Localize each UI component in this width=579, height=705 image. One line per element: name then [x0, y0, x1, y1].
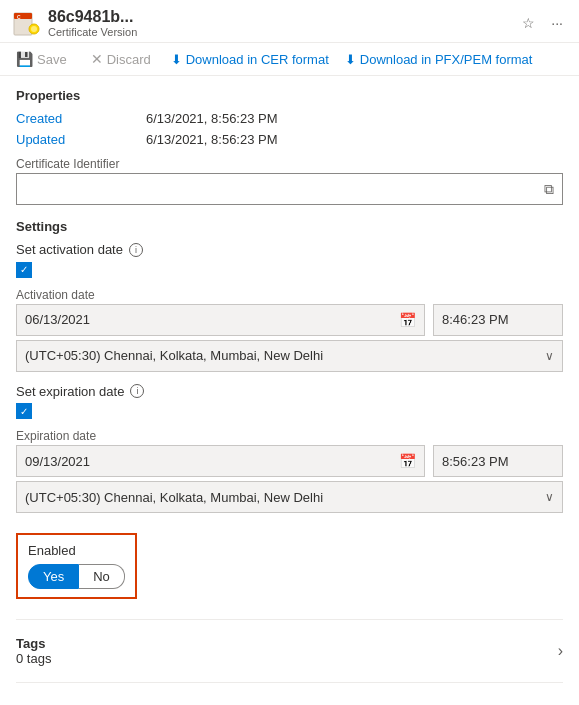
page-header: C 86c9481b... Certificate Version ☆ ··· [0, 0, 579, 43]
tags-count: 0 tags [16, 651, 51, 666]
svg-point-3 [31, 26, 37, 32]
expiration-timezone-select[interactable]: (UTC+05:30) Chennai, Kolkata, Mumbai, Ne… [16, 481, 563, 513]
discard-button[interactable]: ✕ Discard [87, 49, 155, 69]
settings-section-title: Settings [16, 219, 563, 234]
cert-id-label: Certificate Identifier [16, 157, 563, 171]
header-actions: ☆ ··· [518, 13, 567, 33]
save-button[interactable]: 💾 Save [12, 49, 71, 69]
activation-timezone-select[interactable]: (UTC+05:30) Chennai, Kolkata, Mumbai, Ne… [16, 340, 563, 372]
expiration-date-input[interactable]: 09/13/2021 📅 [16, 445, 425, 477]
set-activation-label: Set activation date [16, 242, 123, 257]
created-label: Created [16, 111, 146, 126]
activation-date-input[interactable]: 06/13/2021 📅 [16, 304, 425, 336]
activation-date-row: 06/13/2021 📅 8:46:23 PM [16, 304, 563, 336]
tags-chevron-right-icon[interactable]: › [558, 642, 563, 660]
save-icon: 💾 [16, 51, 33, 67]
expiration-date-label: Expiration date [16, 429, 563, 443]
activation-time-input[interactable]: 8:46:23 PM [433, 304, 563, 336]
page-subtitle: Certificate Version [48, 26, 518, 38]
activation-checkbox-wrapper [16, 261, 563, 278]
properties-section-title: Properties [16, 88, 563, 103]
copy-icon[interactable]: ⧉ [544, 181, 554, 198]
expiration-date-row: 09/13/2021 📅 8:56:23 PM [16, 445, 563, 477]
download-pfx-icon: ⬇ [345, 52, 356, 67]
updated-row: Updated 6/13/2021, 8:56:23 PM [16, 132, 563, 147]
expiration-info-icon[interactable]: i [130, 384, 144, 398]
expiration-timezone-chevron: ∨ [545, 490, 554, 504]
enabled-no-button[interactable]: No [79, 564, 125, 589]
activation-info-icon[interactable]: i [129, 243, 143, 257]
download-cer-button[interactable]: ⬇ Download in CER format [171, 52, 329, 67]
activation-timezone-chevron: ∨ [545, 349, 554, 363]
tags-row[interactable]: Tags 0 tags › [16, 628, 563, 674]
updated-value: 6/13/2021, 8:56:23 PM [146, 132, 278, 147]
enabled-yes-button[interactable]: Yes [28, 564, 79, 589]
set-activation-row: Set activation date i [16, 242, 563, 257]
content-area: Properties Created 6/13/2021, 8:56:23 PM… [0, 76, 579, 703]
created-row: Created 6/13/2021, 8:56:23 PM [16, 111, 563, 126]
enabled-toggle-group: Yes No [28, 564, 125, 589]
expiration-timezone-value: (UTC+05:30) Chennai, Kolkata, Mumbai, Ne… [25, 490, 323, 505]
expiration-checkbox[interactable] [16, 403, 32, 419]
svg-text:C: C [17, 14, 21, 20]
updated-label: Updated [16, 132, 146, 147]
activation-timezone-value: (UTC+05:30) Chennai, Kolkata, Mumbai, Ne… [25, 348, 323, 363]
expiration-calendar-icon[interactable]: 📅 [399, 453, 416, 469]
divider-top [16, 619, 563, 620]
expiration-time-value: 8:56:23 PM [442, 454, 509, 469]
expiration-time-input[interactable]: 8:56:23 PM [433, 445, 563, 477]
download-cer-icon: ⬇ [171, 52, 182, 67]
set-expiration-row: Set expiration date i [16, 384, 563, 399]
tags-info: Tags 0 tags [16, 636, 51, 666]
activation-time-value: 8:46:23 PM [442, 312, 509, 327]
set-expiration-label: Set expiration date [16, 384, 124, 399]
page-title: 86c9481b... [48, 8, 518, 26]
header-title-group: 86c9481b... Certificate Version [48, 8, 518, 38]
enabled-section: Enabled Yes No [16, 533, 137, 599]
more-menu-icon[interactable]: ··· [547, 13, 567, 33]
expiration-date-value: 09/13/2021 [25, 454, 90, 469]
divider-bottom [16, 682, 563, 683]
activation-calendar-icon[interactable]: 📅 [399, 312, 416, 328]
certificate-icon: C [12, 9, 40, 37]
download-pfx-button[interactable]: ⬇ Download in PFX/PEM format [345, 52, 533, 67]
pin-icon[interactable]: ☆ [518, 13, 539, 33]
cert-id-input[interactable]: ⧉ [16, 173, 563, 205]
activation-date-label: Activation date [16, 288, 563, 302]
discard-icon: ✕ [91, 51, 103, 67]
enabled-label: Enabled [28, 543, 125, 558]
expiration-checkbox-wrapper [16, 403, 563, 420]
activation-checkbox[interactable] [16, 262, 32, 278]
created-value: 6/13/2021, 8:56:23 PM [146, 111, 278, 126]
tags-title: Tags [16, 636, 51, 651]
toolbar: 💾 Save ✕ Discard ⬇ Download in CER forma… [0, 43, 579, 76]
activation-date-value: 06/13/2021 [25, 312, 90, 327]
